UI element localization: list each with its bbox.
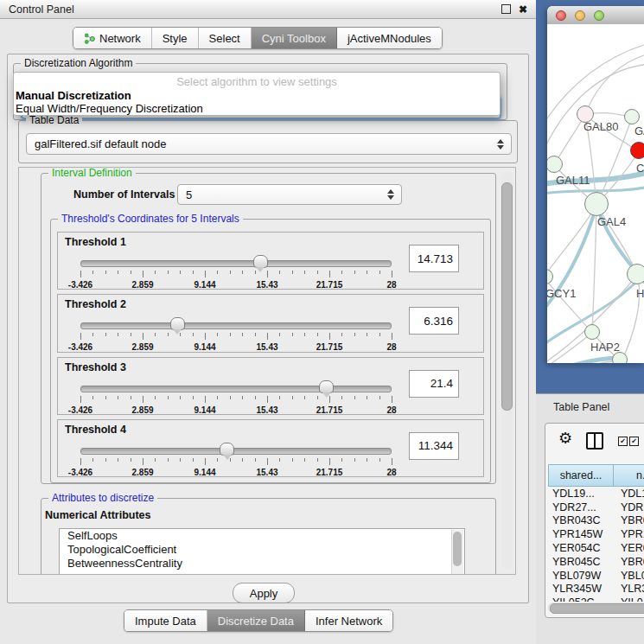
network-node[interactable] — [584, 324, 600, 340]
tick-label: -3.426 — [68, 280, 92, 290]
settings-scrollbar-thumb[interactable] — [501, 182, 513, 411]
close-traffic-light-icon[interactable] — [556, 10, 566, 21]
tick-mark — [193, 396, 194, 399]
tick-mark — [105, 333, 106, 336]
tab-cyni-toolbox[interactable]: Cyni Toolbox — [252, 28, 337, 48]
table-row[interactable]: YBL079WYBL0 — [548, 569, 644, 583]
settings-scrollpane: Interval Definition Number of Intervals … — [18, 167, 516, 575]
list-item-selfloops[interactable]: SelfLoops — [60, 529, 464, 543]
tick-mark — [392, 271, 392, 277]
threshold-slider[interactable]: -3.4262.8599.14415.4321.71528 — [80, 385, 392, 392]
slider-track[interactable] — [80, 448, 392, 455]
table-row[interactable]: YER054CYER0 — [548, 541, 644, 555]
table-panel: Table Panel ⚙ ✔ ✔ shared... n... YDL19..… — [536, 393, 644, 644]
select-none-checkbox-icon[interactable]: ✔ — [629, 437, 639, 446]
network-window-titlebar — [547, 6, 644, 25]
slider-track[interactable] — [80, 386, 392, 392]
tick-mark — [193, 271, 194, 274]
slider-thumb[interactable] — [220, 443, 234, 456]
table-row[interactable]: YPR145WYPR1 — [548, 527, 644, 541]
tab-jactivemnodules[interactable]: jActiveMNodules — [337, 28, 442, 48]
tick-label: -3.426 — [68, 468, 92, 477]
tick-label: 15.43 — [256, 280, 277, 290]
tick-mark — [118, 458, 118, 462]
tick-mark — [143, 458, 143, 465]
interval-definition-group: Interval Definition Number of Intervals … — [41, 173, 496, 484]
tick-mark — [292, 396, 293, 399]
table-row[interactable]: YDL19...YDL1 — [548, 487, 644, 501]
table-row[interactable]: YLR345WYLR3 — [548, 583, 644, 596]
tick-mark — [230, 396, 231, 399]
list-item-betweennesscentrality[interactable]: BetweennessCentrality — [60, 557, 464, 571]
tick-mark — [155, 333, 156, 336]
tick-mark — [217, 458, 218, 462]
tick-label: 28 — [386, 468, 396, 477]
attributes-scrollbar[interactable] — [451, 530, 463, 575]
attributes-scrollbar-thumb[interactable] — [453, 532, 462, 566]
tick-mark — [292, 333, 293, 336]
table-data-combobox[interactable]: galFiltered.sif default node — [26, 133, 512, 155]
table-row[interactable]: YBR045CYBR0 — [548, 555, 644, 569]
tab-style[interactable]: Style — [152, 28, 199, 48]
bottom-tab-discretize-data[interactable]: Discretize Data — [207, 610, 305, 631]
number-of-intervals-combobox[interactable]: 5 — [177, 184, 402, 205]
threshold-value-field[interactable]: 14.713 — [409, 245, 459, 272]
tick-mark — [155, 271, 156, 274]
zoom-traffic-light-icon[interactable] — [594, 10, 604, 21]
apply-button[interactable]: Apply — [233, 583, 295, 603]
tick-mark — [279, 458, 280, 462]
node-label: C — [636, 162, 644, 175]
tab-select[interactable]: Select — [199, 28, 252, 48]
threshold-value-field[interactable]: 11.344 — [409, 432, 459, 460]
tick-label: 21.715 — [316, 405, 343, 415]
tick-mark — [180, 396, 181, 399]
tab-label: Select — [209, 32, 240, 45]
slider-track[interactable] — [80, 260, 392, 267]
network-canvas[interactable]: GAL80GACGAL11GAL4GCY1HHAP2 — [547, 24, 644, 363]
tab-network[interactable]: Network — [73, 28, 152, 48]
table-hscrollbar-thumb[interactable] — [550, 603, 644, 614]
cell-name: YBL0 — [614, 570, 644, 582]
table-row[interactable]: YDR27...YDR2 — [548, 501, 644, 514]
popup-items: Manual DiscretizationEqual Width/Frequen… — [14, 89, 500, 115]
table-horizontal-scrollbar[interactable] — [548, 603, 644, 613]
threshold-slider[interactable]: -3.4262.8599.14415.4321.71528 — [80, 322, 392, 328]
popup-item-equal-width-frequency-discretization[interactable]: Equal Width/Frequency Discretization — [14, 102, 500, 115]
threshold-slider[interactable]: -3.4262.8599.14415.4321.71528 — [80, 259, 392, 266]
popup-item-manual-discretization[interactable]: Manual Discretization — [14, 89, 500, 102]
network-node[interactable] — [584, 192, 609, 216]
bottom-tab-label: Infer Network — [316, 615, 382, 628]
tick-mark — [205, 333, 206, 340]
slider-thumb[interactable] — [319, 380, 334, 393]
column-header-shared-name[interactable]: shared... — [548, 464, 614, 487]
slider-thumb[interactable] — [253, 255, 268, 268]
split-columns-icon[interactable] — [586, 432, 603, 450]
float-window-icon[interactable] — [501, 4, 511, 14]
table-row[interactable]: YBR043CYBR0 — [548, 514, 644, 528]
minimize-traffic-light-icon[interactable] — [575, 10, 585, 21]
tick-mark — [354, 271, 355, 274]
table-row[interactable]: YIL052CYIL0 — [548, 596, 644, 602]
select-all-checkbox-icon[interactable]: ✔ — [618, 437, 628, 446]
tick-mark — [217, 271, 218, 274]
slider-track[interactable] — [80, 322, 392, 329]
threshold-list: Threshold 1-3.4262.8599.14415.4321.71528… — [57, 232, 484, 477]
tick-mark — [105, 458, 106, 462]
network-node[interactable] — [627, 264, 644, 284]
bottom-tab-impute-data[interactable]: Impute Data — [124, 610, 207, 631]
network-node[interactable] — [624, 109, 640, 124]
threshold-slider[interactable]: -3.4262.8599.14415.4321.71528 — [80, 447, 392, 454]
slider-thumb[interactable] — [170, 317, 185, 330]
threshold-value-field[interactable]: 6.316 — [409, 307, 459, 335]
gear-icon[interactable]: ⚙ — [558, 430, 572, 447]
close-icon[interactable]: ✖ — [519, 4, 527, 15]
bottom-tab-infer-network[interactable]: Infer Network — [305, 610, 392, 631]
list-item-topologicalcoefficient[interactable]: TopologicalCoefficient — [60, 543, 464, 557]
threshold-value-field[interactable]: 21.4 — [409, 370, 459, 398]
settings-vertical-scrollbar[interactable] — [501, 172, 513, 570]
tick-mark — [329, 271, 330, 277]
network-node[interactable] — [630, 142, 644, 159]
tick-mark — [143, 396, 143, 403]
numerical-attributes-list[interactable]: SelfLoopsTopologicalCoefficientBetweenne… — [59, 528, 465, 575]
column-header-name[interactable]: n... — [614, 464, 644, 487]
